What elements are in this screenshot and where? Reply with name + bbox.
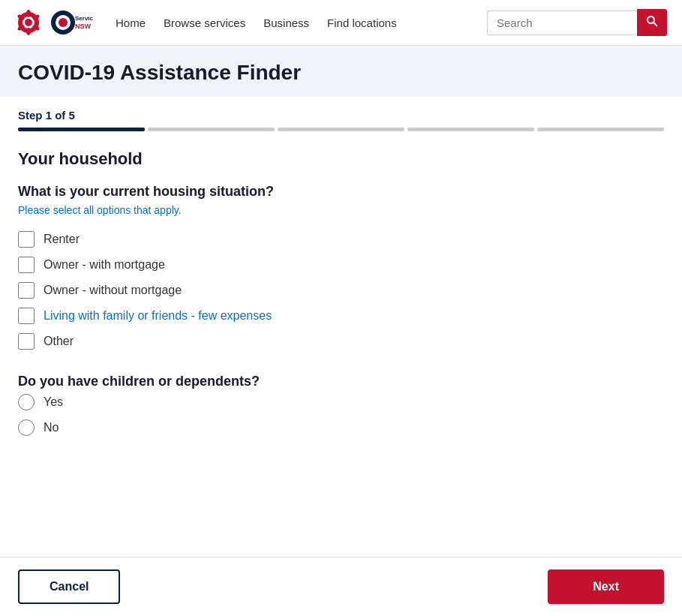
service-nsw-logo: Service NSW <box>48 6 93 39</box>
search-button[interactable] <box>637 9 667 36</box>
section-title: Your household <box>18 149 664 169</box>
nav-browse-services[interactable]: Browse services <box>164 17 245 29</box>
checkbox-owner-mortgage-label: Owner - with mortgage <box>44 258 165 272</box>
page-title: COVID-19 Assistance Finder <box>18 61 664 85</box>
nsw-waratah-logo <box>15 6 42 39</box>
housing-checkbox-group: Renter Owner - with mortgage Owner - wit… <box>18 231 664 350</box>
checkbox-renter-input[interactable] <box>18 231 35 248</box>
checkbox-renter[interactable]: Renter <box>18 231 664 248</box>
radio-no[interactable]: No <box>18 419 664 436</box>
logo-area: Service NSW <box>15 6 93 39</box>
checkbox-living-family[interactable]: Living with family or friends - few expe… <box>18 308 664 324</box>
checkbox-owner-mortgage[interactable]: Owner - with mortgage <box>18 257 664 273</box>
nav-find-locations[interactable]: Find locations <box>327 17 397 29</box>
site-header: Service NSW Home Browse services Busines… <box>0 0 682 46</box>
svg-point-3 <box>26 10 31 17</box>
search-input[interactable] <box>487 11 637 35</box>
checkbox-owner-no-mortgage[interactable]: Owner - without mortgage <box>18 282 664 299</box>
dependents-radio-group: Yes No <box>18 394 664 436</box>
radio-yes-label: Yes <box>44 395 63 409</box>
radio-no-label: No <box>44 421 59 434</box>
checkbox-living-family-label: Living with family or friends - few expe… <box>44 309 272 323</box>
svg-text:NSW: NSW <box>75 23 92 30</box>
radio-no-input[interactable] <box>18 419 35 436</box>
nav-business[interactable]: Business <box>263 17 309 29</box>
page-header: COVID-19 Assistance Finder <box>0 46 682 97</box>
search-area <box>487 9 667 36</box>
radio-yes-input[interactable] <box>18 394 35 410</box>
checkbox-owner-no-mortgage-label: Owner - without mortgage <box>44 284 182 297</box>
progress-step-1 <box>18 128 145 131</box>
checkbox-other[interactable]: Other <box>18 333 664 350</box>
svg-point-6 <box>26 28 31 35</box>
svg-text:Service: Service <box>75 15 93 22</box>
progress-bar <box>18 128 664 131</box>
search-icon <box>646 15 658 27</box>
checkbox-owner-mortgage-input[interactable] <box>18 257 35 273</box>
content-spacer <box>18 460 664 535</box>
checkbox-other-label: Other <box>44 335 74 348</box>
svg-point-9 <box>25 19 32 26</box>
dependents-question: Do you have children or dependents? <box>18 374 664 389</box>
checkbox-other-input[interactable] <box>18 333 35 350</box>
svg-line-17 <box>653 23 657 26</box>
radio-yes[interactable]: Yes <box>18 394 664 410</box>
progress-step-2 <box>148 128 275 131</box>
nav-home[interactable]: Home <box>116 17 146 29</box>
checkbox-living-family-input[interactable] <box>18 308 35 324</box>
checkbox-renter-label: Renter <box>44 233 80 246</box>
progress-step-4 <box>407 128 534 131</box>
checkbox-owner-no-mortgage-input[interactable] <box>18 282 35 299</box>
main-content: Your household What is your current hous… <box>0 131 682 535</box>
progress-section: Step 1 of 5 <box>0 97 682 131</box>
housing-question: What is your current housing situation? <box>18 184 664 200</box>
svg-point-13 <box>59 18 68 27</box>
main-nav: Home Browse services Business Find locat… <box>116 17 464 29</box>
progress-step-3 <box>278 128 404 131</box>
housing-hint: Please select all options that apply. <box>18 204 664 216</box>
step-label: Step 1 of 5 <box>18 109 664 122</box>
svg-point-16 <box>647 17 654 23</box>
progress-step-5 <box>537 128 664 131</box>
